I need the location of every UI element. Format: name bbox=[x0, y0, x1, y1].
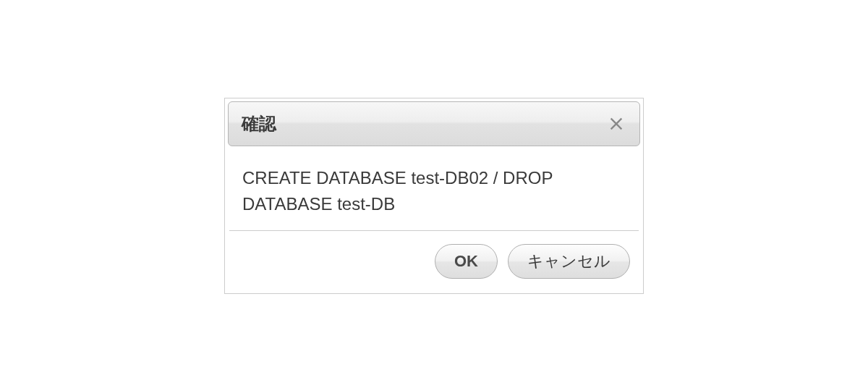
dialog-title: 確認 bbox=[242, 112, 276, 135]
cancel-button[interactable]: キャンセル bbox=[508, 244, 630, 279]
ok-button[interactable]: OK bbox=[435, 244, 498, 279]
dialog-titlebar: 確認 bbox=[228, 101, 640, 146]
dialog-message: CREATE DATABASE test-DB02 / DROP DATABAS… bbox=[225, 149, 643, 230]
close-icon[interactable] bbox=[606, 114, 626, 134]
dialog-button-row: OK キャンセル bbox=[225, 231, 643, 293]
confirm-dialog: 確認 CREATE DATABASE test-DB02 / DROP DATA… bbox=[224, 98, 644, 294]
